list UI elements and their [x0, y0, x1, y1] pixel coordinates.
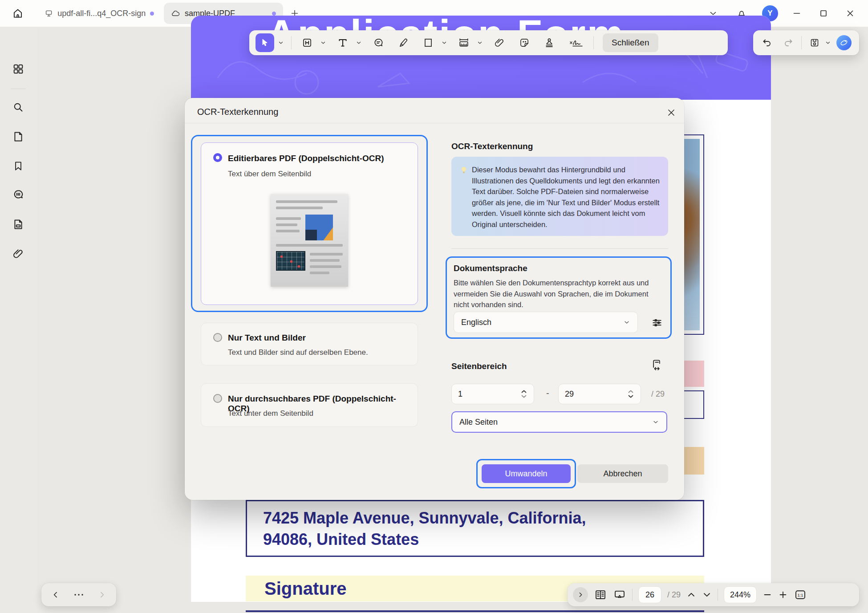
- statusbar-divider: [718, 589, 718, 601]
- language-dropdown-value: Englisch: [461, 318, 491, 327]
- ocr-info-box: Dieser Modus bewahrt das Hintergrundbild…: [451, 157, 668, 236]
- stepper-icons[interactable]: [520, 388, 527, 400]
- page-from-field[interactable]: [451, 384, 534, 404]
- close-toolbar-button[interactable]: Schließen: [603, 33, 658, 52]
- dialog-title: OCR-Texterkennung: [197, 107, 278, 117]
- svg-text:1:1: 1:1: [798, 593, 803, 597]
- sidebar-search-button[interactable]: [6, 95, 31, 120]
- save-button[interactable]: [806, 33, 823, 52]
- option-editable-pdf[interactable]: Editierbares PDF (Doppelschicht-OCR) Tex…: [201, 142, 418, 305]
- close-icon: [845, 8, 855, 18]
- undo-button[interactable]: [758, 33, 775, 52]
- collapse-status-bar-button[interactable]: [573, 587, 588, 602]
- sidebar-attachments-panel-button[interactable]: [6, 212, 31, 237]
- page-to-input[interactable]: [565, 390, 614, 399]
- chevron-down-icon: [623, 319, 630, 326]
- radio-searchable-pdf[interactable]: [213, 394, 222, 403]
- cloud-icon: [171, 9, 180, 18]
- ocr-dialog: OCR-Texterkennung Editierbares PDF (Dopp…: [185, 98, 684, 500]
- stepper-icons[interactable]: [627, 388, 634, 400]
- chevron-down-icon: [278, 40, 284, 46]
- page-mode-dropdown[interactable]: Alle Seiten: [451, 411, 667, 433]
- page-from-input[interactable]: [458, 390, 507, 399]
- sidebar-comments-button[interactable]: [6, 182, 31, 207]
- two-page-view-icon[interactable]: [594, 588, 607, 601]
- text-tool-button[interactable]: [333, 33, 352, 52]
- chevron-down-icon: [825, 40, 831, 46]
- sidebar-paperclip-button[interactable]: [6, 241, 31, 266]
- sidebar-thumbnails-button[interactable]: [6, 57, 31, 81]
- heading-tool-button[interactable]: [298, 33, 316, 52]
- address-line-1: 7425 Maple Avenue, Sunnyvale, California…: [263, 507, 687, 529]
- sidebar-bookmarks-button[interactable]: [6, 154, 31, 179]
- ai-sparkle-icon: [839, 38, 849, 48]
- sidebar-pages-button[interactable]: [6, 124, 31, 149]
- option-sublabel: Text unter dem Seitenbild: [228, 409, 313, 418]
- ocr-info-text: Dieser Modus bewahrt das Hintergrundbild…: [472, 164, 662, 230]
- cancel-button[interactable]: Abbrechen: [577, 464, 668, 483]
- sliders-icon: [651, 317, 663, 329]
- zoom-out-icon[interactable]: [763, 590, 772, 600]
- minimize-button[interactable]: [791, 7, 803, 20]
- document-title-partial: Application Form: [267, 16, 685, 31]
- signature-tool-button[interactable]: [565, 33, 587, 52]
- redo-button[interactable]: [780, 33, 797, 52]
- zoom-level-field[interactable]: 244%: [724, 586, 757, 603]
- text-tool-dropdown[interactable]: [355, 33, 363, 52]
- stamp-tool-button[interactable]: [540, 33, 559, 52]
- page-range-custom-button[interactable]: [650, 358, 663, 372]
- shape-tool-dropdown[interactable]: [440, 33, 448, 52]
- comment-tool-button[interactable]: [369, 33, 388, 52]
- chevron-left-icon[interactable]: [51, 590, 60, 599]
- search-icon: [12, 101, 24, 114]
- close-window-button[interactable]: [844, 7, 856, 20]
- radio-editable-pdf[interactable]: [213, 153, 222, 162]
- maximize-button[interactable]: [817, 7, 830, 20]
- save-icon: [809, 37, 820, 48]
- ai-assistant-button[interactable]: [836, 35, 852, 50]
- measure-tool-button[interactable]: [454, 33, 473, 52]
- page-range-icon: [650, 358, 663, 372]
- save-dropdown[interactable]: [824, 33, 832, 52]
- history-save-toolbar: [753, 30, 859, 55]
- page-to-field[interactable]: [558, 384, 641, 404]
- select-tool-button[interactable]: [256, 33, 274, 52]
- sidebar-divider: [11, 89, 26, 89]
- total-pages-label: / 29: [667, 590, 681, 600]
- page-mode-value: Alle Seiten: [459, 418, 498, 427]
- presentation-mode-icon[interactable]: [613, 588, 626, 601]
- more-options-icon[interactable]: [73, 590, 85, 599]
- highlighter-tool-button[interactable]: [394, 33, 413, 52]
- option-searchable-pdf[interactable]: Nur durchsuchbares PDF (Doppelschicht-OC…: [201, 383, 418, 427]
- page-icon: [12, 130, 24, 143]
- language-dropdown[interactable]: Englisch: [454, 312, 638, 333]
- comment-icon: [12, 188, 24, 201]
- attach-file-tool-button[interactable]: [490, 33, 509, 52]
- address-line-2: 94086, United States: [263, 529, 687, 550]
- text-tool-icon: [337, 37, 349, 49]
- tab-updf-all-files[interactable]: updf-all-fi...q4_OCR-sign: [37, 3, 161, 24]
- chevron-down-icon: [356, 40, 362, 46]
- dialog-close-button[interactable]: [665, 106, 678, 119]
- form-field-icon: [12, 218, 24, 231]
- heading-tool-dropdown[interactable]: [319, 33, 327, 52]
- convert-button[interactable]: Umwandeln: [482, 464, 571, 483]
- current-page-field[interactable]: 26: [638, 586, 661, 603]
- view-controls-pill: 26 / 29 244% 1:1: [568, 583, 859, 606]
- chevron-right-icon[interactable]: [97, 590, 106, 599]
- ruler-icon: [458, 37, 470, 49]
- sidebar-swatches-button[interactable]: [6, 609, 31, 613]
- previous-page-icon[interactable]: [686, 590, 696, 600]
- radio-text-and-images[interactable]: [213, 333, 222, 342]
- shape-tool-button[interactable]: [419, 33, 438, 52]
- sticker-tool-button[interactable]: [515, 33, 534, 52]
- home-button[interactable]: [8, 4, 28, 23]
- select-tool-dropdown[interactable]: [277, 33, 285, 52]
- language-settings-button[interactable]: [651, 317, 663, 329]
- next-page-icon[interactable]: [702, 590, 712, 600]
- actual-size-icon[interactable]: 1:1: [794, 588, 807, 601]
- zoom-in-icon[interactable]: [778, 590, 788, 600]
- unsaved-dot: [272, 12, 276, 16]
- measure-tool-dropdown[interactable]: [476, 33, 484, 52]
- option-text-and-images[interactable]: Nur Text und Bilder Text und Bilder sind…: [201, 323, 418, 365]
